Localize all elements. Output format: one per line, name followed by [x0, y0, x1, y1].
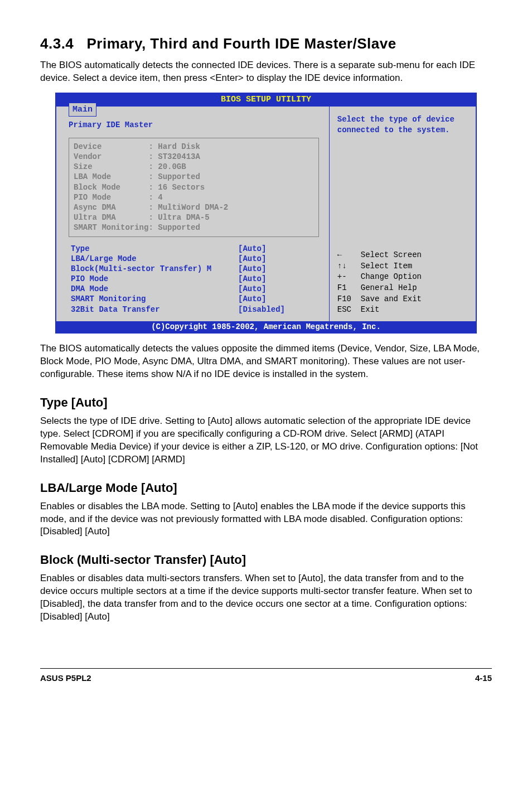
section-number: 4.3.4: [40, 35, 74, 52]
block-heading: Block (Multi-sector Transfer) [Auto]: [40, 552, 492, 569]
info-row: SMART Monitoring: Supported: [74, 223, 314, 233]
after-bios-paragraph: The BIOS automatically detects the value…: [40, 342, 492, 381]
help-key-row: F1General Help: [337, 283, 469, 294]
type-body: Selects the type of IDE drive. Setting t…: [40, 415, 492, 466]
block-body: Enables or disables data multi-sectors t…: [40, 572, 492, 624]
info-row: Ultra DMA : Ultra DMA-5: [74, 212, 314, 223]
info-row: Async DMA : MultiWord DMA-2: [74, 202, 314, 212]
info-row: PIO Mode : 4: [74, 192, 314, 202]
setting-dma[interactable]: DMA Mode[Auto]: [71, 284, 319, 294]
footer-right: 4-15: [475, 672, 492, 684]
intro-paragraph: The BIOS automatically detects the conne…: [40, 59, 492, 85]
section-title-text: Primary, Third and Fourth IDE Master/Sla…: [87, 35, 396, 52]
help-key-row: +-Change Option: [337, 272, 469, 283]
setting-lba[interactable]: LBA/Large Mode[Auto]: [71, 254, 319, 264]
help-key-row: ↑↓Select Item: [337, 261, 469, 272]
bios-panel-title: Primary IDE Master: [65, 118, 322, 133]
device-info-frame: Device : Hard Disk Vendor : ST320413A Si…: [69, 138, 319, 237]
setting-pio[interactable]: PIO Mode[Auto]: [71, 274, 319, 284]
setting-type[interactable]: Type[Auto]: [71, 244, 319, 254]
help-description: Select the type of device connected to t…: [337, 114, 469, 136]
help-key-row: F10Save and Exit: [337, 294, 469, 305]
bios-right-pane: Select the type of device connected to t…: [329, 107, 476, 321]
help-key-row: ESCExit: [337, 305, 469, 316]
bios-title-bar: BIOS SETUP UTILITY Main: [55, 93, 477, 107]
info-row: LBA Mode : Supported: [74, 172, 314, 182]
info-row: Device : Hard Disk: [74, 142, 314, 152]
footer-left: ASUS P5PL2: [40, 672, 91, 684]
bios-left-pane: Primary IDE Master Device : Hard Disk Ve…: [56, 107, 329, 321]
setting-32bit[interactable]: 32Bit Data Transfer[Disabled]: [71, 305, 319, 315]
settings-block: Type[Auto] LBA/Large Mode[Auto] Block(Mu…: [65, 241, 322, 316]
bios-footer: (C)Copyright 1985-2002, American Megatre…: [55, 321, 477, 334]
bios-screenshot: BIOS SETUP UTILITY Main Primary IDE Mast…: [55, 93, 477, 334]
setting-block[interactable]: Block(Multi-sector Transfer) M[Auto]: [71, 264, 319, 274]
info-row: Block Mode : 16 Sectors: [74, 182, 314, 192]
info-row: Vendor : ST320413A: [74, 152, 314, 162]
page-footer: ASUS P5PL2 4-15: [40, 668, 492, 684]
help-key-row: ←Select Screen: [337, 250, 469, 261]
info-row: Size : 20.0GB: [74, 162, 314, 172]
lba-heading: LBA/Large Mode [Auto]: [40, 480, 492, 497]
lba-body: Enables or disables the LBA mode. Settin…: [40, 500, 492, 539]
type-heading: Type [Auto]: [40, 394, 492, 412]
bios-title: BIOS SETUP UTILITY: [221, 95, 311, 104]
help-keys: ←Select Screen ↑↓Select Item +-Change Op…: [337, 250, 469, 316]
setting-smart[interactable]: SMART Monitoring[Auto]: [71, 294, 319, 304]
section-heading: 4.3.4 Primary, Third and Fourth IDE Mast…: [40, 33, 492, 54]
bios-tab-main[interactable]: Main: [69, 103, 96, 117]
